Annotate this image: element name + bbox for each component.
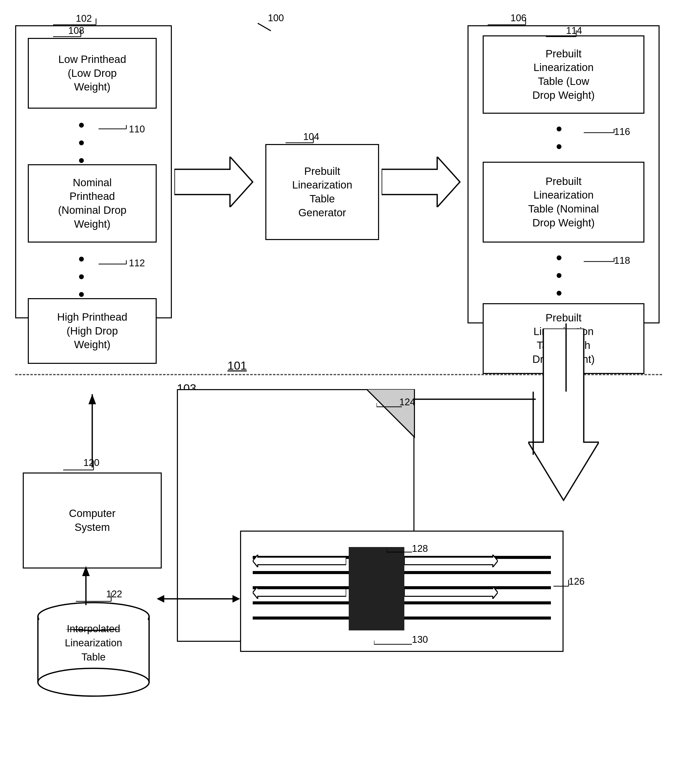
arrow-left-2	[253, 586, 346, 599]
svg-marker-31	[82, 566, 90, 576]
dots-1: •	[78, 115, 85, 135]
interpolated-table-label: InterpolatedLinearizationTable	[35, 621, 152, 664]
svg-marker-11	[381, 157, 460, 207]
dots-r1: •	[556, 119, 562, 139]
prebuilt-nominal-label: PrebuiltLinearizationTable (NominalDrop …	[528, 175, 599, 230]
dots-5: •	[78, 267, 84, 287]
printhead-block-128	[349, 547, 404, 631]
ref-130-line	[374, 639, 417, 649]
svg-marker-46	[404, 586, 498, 599]
dots-r2: •	[556, 136, 562, 157]
box-116: PrebuiltLinearizationTable (NominalDrop …	[483, 162, 644, 243]
svg-marker-23	[89, 394, 96, 404]
svg-marker-48	[233, 595, 240, 602]
arrow-cyl-to-computer	[80, 566, 92, 605]
dots-r5: •	[556, 265, 562, 286]
svg-marker-49	[157, 595, 164, 602]
ref-114-line	[546, 29, 581, 39]
ref-112-line	[98, 259, 131, 269]
low-printhead-label: Low Printhead(Low DropWeight)	[58, 53, 127, 94]
ref-101: 101	[227, 359, 247, 372]
dots-4: •	[78, 249, 84, 269]
box-108: Low Printhead(Low DropWeight)	[28, 38, 157, 109]
box-112: High Printhead(High DropWeight)	[28, 298, 157, 364]
arrow-left-1	[253, 555, 346, 567]
svg-marker-45	[404, 555, 498, 567]
computer-system-label: ComputerSystem	[69, 507, 116, 534]
box-110: NominalPrinthead(Nominal DropWeight)	[28, 164, 157, 243]
svg-marker-44	[253, 586, 346, 599]
svg-marker-8	[174, 157, 253, 207]
box-120: ComputerSystem	[23, 473, 162, 568]
box-104: PrebuiltLinearizationTableGenerator	[266, 144, 379, 240]
svg-point-26	[38, 668, 149, 696]
prebuilt-low-label: PrebuiltLinearizationTable (LowDrop Weig…	[533, 47, 595, 102]
dots-r6: •	[556, 283, 562, 303]
ref-106-line	[485, 17, 531, 27]
ref-118-line	[584, 256, 619, 267]
block-arrow-1	[174, 157, 255, 207]
dots-2: •	[78, 133, 85, 153]
ref-124-line	[377, 402, 407, 414]
ref-126-line	[553, 579, 573, 589]
nominal-printhead-label: NominalPrinthead(Nominal DropWeight)	[58, 176, 127, 231]
ref-104-line	[286, 135, 319, 145]
block-arrow-2	[381, 157, 462, 207]
ref-108-line	[50, 29, 86, 39]
dots-r4: •	[556, 248, 562, 268]
arrow-computer-up	[86, 394, 98, 473]
arrow-table-to-printer	[157, 591, 242, 606]
arrow-right-1	[404, 555, 498, 567]
horiz-connector	[414, 392, 536, 407]
vert-line-top-to-103	[558, 323, 573, 392]
diagram-container: 100 102 Low Printhead(Low DropWeight) 10…	[0, 0, 700, 757]
svg-marker-43	[253, 555, 346, 567]
high-printhead-label: High Printhead(High DropWeight)	[57, 310, 127, 352]
ref-100: 100	[268, 12, 284, 23]
generator-label: PrebuiltLinearizationTableGenerator	[292, 164, 352, 220]
ref-110-line	[98, 124, 131, 134]
box-114: PrebuiltLinearizationTable (LowDrop Weig…	[483, 35, 644, 114]
arrow-right-2	[404, 586, 498, 599]
ref-116-line	[584, 128, 619, 138]
